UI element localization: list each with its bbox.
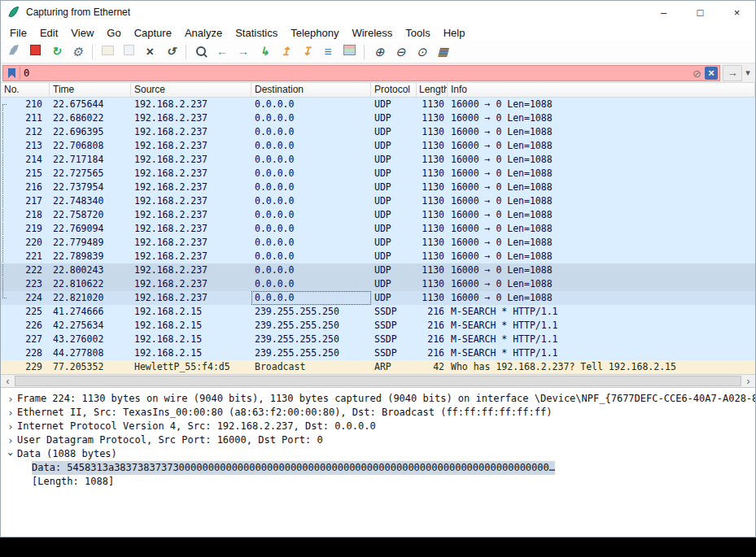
cell-info: M-SEARCH * HTTP/1.1 [448,319,755,333]
reload-file-button[interactable] [161,42,181,62]
detail-text: Frame 224: 1130 bytes on wire (9040 bits… [17,392,755,406]
filter-input[interactable]: 0 [2,65,720,81]
packet-row-224[interactable]: 22422.821020192.168.2.2370.0.0.0UDP11301… [1,291,755,305]
find-packet-button[interactable] [191,42,211,62]
filter-dropdown-button[interactable] [742,65,754,81]
expand-arrow-icon[interactable]: › [4,433,17,447]
auto-scroll-button[interactable] [318,42,338,62]
detail-line[interactable]: Data: 5458313a38373837373000000000000000… [1,461,755,475]
resize-columns-button[interactable] [433,42,452,62]
menu-wireless[interactable]: Wireless [345,25,399,41]
detail-line[interactable]: ›Frame 224: 1130 bytes on wire (9040 bit… [1,392,755,406]
packet-row-227[interactable]: 22743.276002192.168.2.15239.255.255.250S… [1,333,755,346]
open-file-button[interactable] [98,42,117,62]
detail-line[interactable]: [Length: 1088] [1,475,755,489]
cell-destination: 0.0.0.0 [251,125,371,139]
menu-edit[interactable]: Edit [33,25,64,41]
scrollbar-track[interactable] [15,375,741,387]
cell-no: 226 [1,319,50,333]
packet-row-216[interactable]: 21622.737954192.168.2.2370.0.0.0UDP11301… [1,181,755,194]
packet-row-221[interactable]: 22122.789839192.168.2.2370.0.0.0UDP11301… [1,250,755,263]
cell-destination: 239.255.255.250 [251,319,371,333]
packet-row-225[interactable]: 22541.274666192.168.2.15239.255.255.250S… [1,305,755,319]
expand-arrow-icon[interactable]: › [4,392,17,406]
cell-info: 16000 → 0 Len=1088 [448,291,755,305]
packet-row-226[interactable]: 22642.275634192.168.2.15239.255.255.250S… [1,319,755,333]
horizontal-scrollbar[interactable] [1,374,755,388]
save-file-button[interactable] [119,42,138,62]
packet-row-218[interactable]: 21822.758720192.168.2.2370.0.0.0UDP11301… [1,208,755,222]
restart-capture-button[interactable] [46,42,66,62]
stop-capture-button[interactable] [25,42,45,62]
menu-telephony[interactable]: Telephony [284,25,345,41]
column-header-length[interactable]: Length [417,83,448,97]
packet-row-213[interactable]: 21322.706808192.168.2.2370.0.0.0UDP11301… [1,139,755,153]
cell-destination: 0.0.0.0 [251,139,371,153]
packet-row-222[interactable]: 22222.800243192.168.2.2370.0.0.0UDP11301… [1,263,755,277]
packet-row-211[interactable]: 21122.686022192.168.2.2370.0.0.0UDP11301… [1,111,755,125]
expand-arrow-icon[interactable]: › [4,420,17,433]
zoom-out-button[interactable] [391,42,410,62]
minimize-button[interactable]: – [645,1,682,24]
cell-length: 1130 [417,277,448,291]
close-file-button[interactable] [140,42,160,62]
start-capture-button[interactable] [4,42,24,62]
menu-analyze[interactable]: Analyze [178,25,229,41]
cell-destination: 0.0.0.0 [251,111,371,125]
column-header-time[interactable]: Time [50,83,131,97]
filter-divider [20,67,20,80]
column-header-info[interactable]: Info [448,83,755,97]
scroll-right-icon[interactable] [741,375,755,387]
menu-statistics[interactable]: Statistics [229,25,284,41]
column-header-destination[interactable]: Destination [251,83,371,97]
packet-row-212[interactable]: 21222.696395192.168.2.2370.0.0.0UDP11301… [1,125,755,139]
go-forward-button[interactable] [234,42,253,62]
menu-capture[interactable]: Capture [128,25,178,41]
zoom-in-button[interactable] [369,42,389,62]
filter-apply-button[interactable] [723,65,742,81]
column-header-source[interactable]: Source [131,83,251,97]
packet-row-228[interactable]: 22844.277808192.168.2.15239.255.255.250S… [1,346,755,360]
packet-row-219[interactable]: 21922.769094192.168.2.2370.0.0.0UDP11301… [1,222,755,236]
close-button[interactable]: × [719,1,755,24]
detail-line[interactable]: ›Data (1088 bytes) [1,447,755,461]
packet-row-223[interactable]: 22322.810622192.168.2.2370.0.0.0UDP11301… [1,277,755,291]
collapse-arrow-icon[interactable]: › [4,448,18,461]
go-last-packet-button[interactable] [297,42,317,62]
go-to-packet-button[interactable] [255,42,274,62]
detail-line[interactable]: ›User Datagram Protocol, Src Port: 16000… [1,433,755,447]
maximize-button[interactable]: □ [682,1,719,24]
packet-row-229[interactable]: 22977.205352HewlettP_55:f4:d5BroadcastAR… [1,360,755,374]
capture-options-button[interactable] [68,42,87,62]
detail-line[interactable]: ›Internet Protocol Version 4, Src: 192.1… [1,420,755,433]
menu-tools[interactable]: Tools [399,25,436,41]
menu-go[interactable]: Go [100,25,127,41]
cell-info: 16000 → 0 Len=1088 [448,277,755,291]
cell-no: 222 [1,263,50,277]
detail-line[interactable]: ›Ethernet II, Src: TexasIns_00:00:80 (a8… [1,406,755,420]
cell-destination: 0.0.0.0 [251,263,371,277]
cell-protocol: UDP [371,98,417,111]
cell-source: 192.168.2.237 [131,111,251,125]
colorize-button[interactable] [339,42,359,62]
expand-arrow-icon[interactable]: › [4,406,17,420]
packet-row-214[interactable]: 21422.717184192.168.2.2370.0.0.0UDP11301… [1,153,755,167]
scroll-left-icon[interactable] [1,375,15,387]
packet-row-215[interactable]: 21522.727565192.168.2.2370.0.0.0UDP11301… [1,167,755,181]
column-header-no[interactable]: No. [1,83,50,97]
column-header-protocol[interactable]: Protocol [371,83,417,97]
bookmark-icon[interactable] [3,67,20,79]
go-back-button[interactable] [212,42,232,62]
go-first-packet-button[interactable] [276,42,295,62]
menu-file[interactable]: File [3,25,33,41]
filter-clear-button[interactable] [705,67,718,80]
menu-view[interactable]: View [64,25,100,41]
cell-info: Who has 192.168.2.237? Tell 192.168.2.15 [448,360,755,374]
window-controls: – □ × [645,1,755,24]
packet-row-220[interactable]: 22022.779489192.168.2.2370.0.0.0UDP11301… [1,236,755,250]
scrollbar-thumb[interactable] [15,376,741,386]
packet-row-210[interactable]: 21022.675644192.168.2.2370.0.0.0UDP11301… [1,98,755,111]
packet-row-217[interactable]: 21722.748340192.168.2.2370.0.0.0UDP11301… [1,194,755,208]
menu-help[interactable]: Help [437,25,472,41]
zoom-original-button[interactable] [412,42,431,62]
